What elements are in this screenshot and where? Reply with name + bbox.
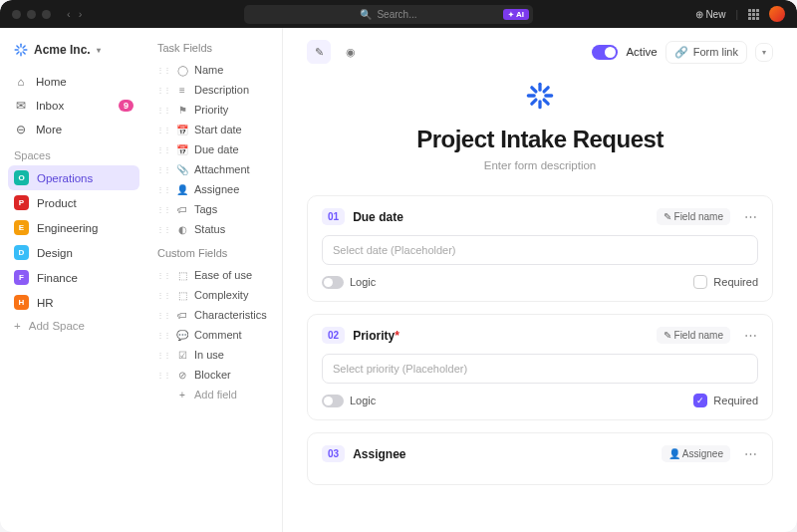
workspace-name: Acme Inc. — [34, 43, 91, 57]
drag-icon[interactable]: ⋮⋮ — [156, 185, 170, 194]
custom-field-item[interactable]: ⋮⋮⊘Blocker — [153, 365, 276, 385]
task-field-item[interactable]: ⋮⋮◯Name — [153, 60, 276, 80]
space-item[interactable]: DDesign — [8, 240, 139, 265]
form-field-card[interactable]: 01 Due date ✎ Field name ⋯ Select date (… — [307, 195, 773, 302]
nav-more[interactable]: ⊖More — [8, 118, 139, 141]
task-field-item[interactable]: ⋮⋮🏷Tags — [153, 199, 276, 219]
avatar[interactable] — [769, 6, 785, 22]
field-icon: 💬 — [176, 330, 188, 341]
window-dot[interactable] — [42, 10, 51, 19]
workspace-switcher[interactable]: Acme Inc. ▾ — [8, 40, 139, 60]
space-label: Design — [37, 247, 73, 259]
forward-icon[interactable]: › — [79, 8, 83, 20]
field-input[interactable]: Select priority (Placeholder) — [322, 354, 758, 384]
field-icon: ⊘ — [176, 370, 188, 381]
form-link-button[interactable]: 🔗Form link — [665, 41, 747, 64]
drag-icon[interactable]: ⋮⋮ — [156, 291, 170, 300]
drag-icon[interactable]: ⋮⋮ — [156, 165, 170, 174]
field-icon: 👤 — [176, 184, 188, 195]
required-checkbox[interactable]: ✓ — [693, 394, 707, 407]
drag-icon[interactable]: ⋮⋮ — [156, 145, 170, 154]
field-chip[interactable]: ✎ Field name — [657, 208, 730, 225]
apps-icon[interactable] — [748, 9, 759, 20]
back-icon[interactable]: ‹ — [67, 8, 71, 20]
drag-icon[interactable]: ⋮⋮ — [156, 106, 170, 115]
task-field-item[interactable]: ⋮⋮📎Attachment — [153, 159, 276, 179]
field-label: Status — [194, 223, 225, 235]
drag-icon[interactable]: ⋮⋮ — [156, 371, 170, 380]
field-chip[interactable]: ✎ Field name — [657, 327, 730, 344]
nav-arrows: ‹ › — [67, 8, 82, 20]
link-icon: 🔗 — [674, 46, 688, 59]
field-icon: 📅 — [176, 125, 188, 135]
add-field[interactable]: ⋮⋮+Add field — [153, 385, 276, 404]
form-toolbar: ✎ ◉ Active 🔗Form link ▾ — [307, 40, 773, 64]
drag-icon[interactable]: ⋮⋮ — [156, 225, 170, 234]
drag-icon[interactable]: ⋮⋮ — [156, 205, 170, 214]
field-icon: ◯ — [176, 65, 188, 76]
custom-field-item[interactable]: ⋮⋮⬚Ease of use — [153, 265, 276, 285]
drag-icon[interactable]: ⋮⋮ — [156, 66, 170, 75]
drag-icon[interactable]: ⋮⋮ — [156, 311, 170, 320]
add-space-label: Add Space — [29, 320, 85, 332]
form-link-dropdown[interactable]: ▾ — [755, 43, 773, 62]
space-item[interactable]: PProduct — [8, 190, 139, 215]
task-field-item[interactable]: ⋮⋮⚑Priority — [153, 100, 276, 120]
ai-badge[interactable]: ✦ AI — [503, 9, 529, 20]
more-icon[interactable]: ⋯ — [744, 328, 758, 343]
space-item[interactable]: HHR — [8, 290, 139, 315]
field-icon: ⬚ — [176, 290, 188, 301]
form-subtitle[interactable]: Enter form description — [307, 159, 773, 171]
space-icon: F — [14, 270, 29, 285]
field-chip[interactable]: 👤 Assignee — [662, 445, 730, 462]
field-label: Start date — [194, 124, 242, 135]
svg-line-3 — [23, 52, 25, 54]
new-button[interactable]: ⊕ New — [695, 9, 726, 20]
edit-button[interactable]: ✎ — [307, 40, 331, 64]
main-content: ✎ ◉ Active 🔗Form link ▾ Project Intake R… — [282, 28, 797, 532]
search-bar[interactable]: 🔍 Search... ✦ AI — [244, 5, 533, 24]
card-header: 02 Priority* ✎ Field name ⋯ — [322, 327, 758, 344]
field-number: 03 — [322, 445, 345, 462]
form-field-card[interactable]: 03 Assignee 👤 Assignee ⋯ — [307, 432, 773, 485]
active-label: Active — [626, 46, 657, 58]
drag-icon[interactable]: ⋮⋮ — [156, 331, 170, 340]
field-icon: ≡ — [176, 85, 188, 96]
nav-home[interactable]: ⌂Home — [8, 70, 139, 94]
add-space[interactable]: +Add Space — [8, 315, 139, 337]
space-item[interactable]: FFinance — [8, 265, 139, 290]
task-field-item[interactable]: ⋮⋮👤Assignee — [153, 179, 276, 199]
drag-icon[interactable]: ⋮⋮ — [156, 86, 170, 95]
task-field-item[interactable]: ⋮⋮📅Start date — [153, 120, 276, 139]
window-dot[interactable] — [12, 10, 21, 19]
more-icon[interactable]: ⋯ — [744, 446, 758, 461]
space-item[interactable]: EEngineering — [8, 215, 139, 240]
custom-field-item[interactable]: ⋮⋮☑In use — [153, 345, 276, 365]
required-checkbox[interactable] — [693, 275, 707, 289]
field-input[interactable]: Select date (Placeholder) — [322, 235, 758, 265]
logic-toggle[interactable] — [322, 276, 344, 289]
space-item[interactable]: OOperations — [8, 165, 139, 190]
chevron-down-icon: ▾ — [762, 48, 766, 57]
field-title: Due date — [353, 210, 403, 224]
custom-field-item[interactable]: ⋮⋮💬Comment — [153, 325, 276, 345]
window-dot[interactable] — [27, 10, 36, 19]
task-field-item[interactable]: ⋮⋮≡Description — [153, 80, 276, 100]
custom-field-item[interactable]: ⋮⋮🏷Characteristics — [153, 305, 276, 325]
nav-inbox[interactable]: ✉Inbox9 — [8, 94, 139, 118]
preview-button[interactable]: ◉ — [339, 40, 363, 64]
form-title[interactable]: Project Intake Request — [307, 126, 773, 153]
form-field-card[interactable]: 02 Priority* ✎ Field name ⋯ Select prior… — [307, 314, 773, 420]
task-field-item[interactable]: ⋮⋮◐Status — [153, 219, 276, 239]
drag-icon[interactable]: ⋮⋮ — [156, 351, 170, 360]
more-icon[interactable]: ⋯ — [744, 209, 758, 224]
active-toggle[interactable] — [592, 45, 618, 60]
task-field-item[interactable]: ⋮⋮📅Due date — [153, 139, 276, 159]
svg-line-5 — [17, 52, 19, 54]
form-hero: Project Intake Request Enter form descri… — [307, 82, 773, 171]
field-label: Comment — [194, 329, 242, 341]
drag-icon[interactable]: ⋮⋮ — [156, 271, 170, 280]
custom-field-item[interactable]: ⋮⋮⬚Complexity — [153, 285, 276, 305]
drag-icon[interactable]: ⋮⋮ — [156, 126, 170, 134]
logic-toggle[interactable] — [322, 395, 344, 407]
